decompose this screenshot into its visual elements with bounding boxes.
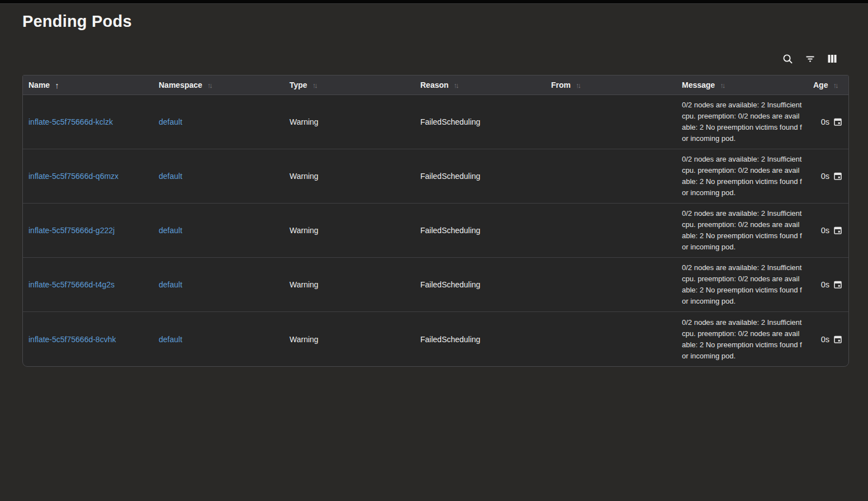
table-row: inflate-5c5f75666d-t4g2s default Warning… bbox=[23, 258, 848, 312]
type-cell: Warning bbox=[284, 117, 415, 126]
message-cell: 0/2 nodes are available: 2 Insufficient … bbox=[676, 100, 808, 144]
message-cell: 0/2 nodes are available: 2 Insufficient … bbox=[676, 317, 808, 362]
type-cell: Warning bbox=[284, 280, 415, 289]
sort-icon: ↑↓ bbox=[454, 82, 459, 89]
search-icon bbox=[782, 53, 794, 65]
sort-icon: ↑↓ bbox=[312, 82, 318, 89]
column-header-type[interactable]: Type ↑↓ bbox=[284, 81, 415, 89]
pending-pods-table: Name ↑ Namespace ↑↓ Type ↑↓ Reason ↑↓ Fr… bbox=[22, 75, 849, 367]
namespace-link[interactable]: default bbox=[159, 117, 182, 126]
sort-ascending-icon: ↑ bbox=[55, 81, 59, 89]
pod-name-link[interactable]: inflate-5c5f75666d-8cvhk bbox=[29, 335, 116, 344]
namespace-link[interactable]: default bbox=[159, 226, 182, 235]
namespace-link[interactable]: default bbox=[159, 280, 182, 289]
column-header-reason[interactable]: Reason ↑↓ bbox=[415, 81, 546, 89]
reason-cell: FailedScheduling bbox=[415, 226, 546, 235]
table-row: inflate-5c5f75666d-8cvhk default Warning… bbox=[23, 312, 848, 366]
columns-button[interactable] bbox=[826, 52, 839, 65]
calendar-icon bbox=[833, 172, 842, 181]
calendar-icon bbox=[833, 335, 842, 344]
column-header-message[interactable]: Message ↑↓ bbox=[676, 81, 808, 89]
search-button[interactable] bbox=[781, 52, 794, 65]
filter-button[interactable] bbox=[803, 52, 817, 65]
name-cell: inflate-5c5f75666d-kclzk bbox=[23, 117, 153, 126]
message-cell: 0/2 nodes are available: 2 Insufficient … bbox=[676, 208, 808, 253]
message-cell: 0/2 nodes are available: 2 Insufficient … bbox=[676, 262, 808, 307]
table-header-row: Name ↑ Namespace ↑↓ Type ↑↓ Reason ↑↓ Fr… bbox=[23, 75, 848, 95]
app-window: Pending Pods Name bbox=[0, 0, 868, 501]
age-cell: 0s bbox=[808, 226, 848, 235]
top-divider bbox=[0, 0, 868, 4]
name-cell: inflate-5c5f75666d-q6mzx bbox=[23, 172, 153, 181]
namespace-link[interactable]: default bbox=[159, 172, 182, 181]
filter-icon bbox=[804, 53, 816, 65]
name-cell: inflate-5c5f75666d-t4g2s bbox=[23, 280, 153, 289]
age-cell: 0s bbox=[808, 117, 848, 126]
namespace-cell: default bbox=[153, 280, 284, 289]
age-value: 0s bbox=[821, 335, 829, 344]
sort-icon: ↑↓ bbox=[576, 82, 581, 89]
type-cell: Warning bbox=[284, 335, 415, 344]
name-cell: inflate-5c5f75666d-8cvhk bbox=[23, 335, 153, 344]
pod-name-link[interactable]: inflate-5c5f75666d-t4g2s bbox=[29, 280, 115, 289]
age-cell: 0s bbox=[808, 280, 848, 289]
reason-cell: FailedScheduling bbox=[415, 117, 546, 126]
age-value: 0s bbox=[821, 280, 829, 289]
namespace-cell: default bbox=[153, 172, 284, 181]
age-value: 0s bbox=[821, 172, 829, 181]
age-cell: 0s bbox=[808, 172, 848, 181]
page-title: Pending Pods bbox=[22, 12, 132, 31]
namespace-cell: default bbox=[153, 335, 284, 344]
namespace-cell: default bbox=[153, 117, 284, 126]
table-toolbar bbox=[781, 52, 839, 65]
namespace-cell: default bbox=[153, 226, 284, 235]
reason-cell: FailedScheduling bbox=[415, 335, 546, 344]
type-cell: Warning bbox=[284, 226, 415, 235]
type-cell: Warning bbox=[284, 172, 415, 181]
table-row: inflate-5c5f75666d-g222j default Warning… bbox=[23, 204, 848, 258]
column-header-name[interactable]: Name ↑ bbox=[23, 81, 153, 89]
reason-cell: FailedScheduling bbox=[415, 172, 546, 181]
calendar-icon bbox=[833, 226, 842, 235]
table-row: inflate-5c5f75666d-q6mzx default Warning… bbox=[23, 149, 848, 204]
pod-name-link[interactable]: inflate-5c5f75666d-g222j bbox=[29, 226, 115, 235]
sort-icon: ↑↓ bbox=[833, 82, 838, 89]
age-value: 0s bbox=[821, 226, 829, 235]
reason-cell: FailedScheduling bbox=[415, 280, 546, 289]
pod-name-link[interactable]: inflate-5c5f75666d-kclzk bbox=[29, 117, 113, 126]
age-cell: 0s bbox=[808, 335, 848, 344]
age-value: 0s bbox=[821, 117, 829, 126]
columns-icon bbox=[827, 53, 838, 64]
message-cell: 0/2 nodes are available: 2 Insufficient … bbox=[676, 154, 808, 198]
sort-icon: ↑↓ bbox=[207, 82, 213, 89]
calendar-icon bbox=[833, 280, 842, 289]
calendar-icon bbox=[833, 117, 842, 126]
column-header-age[interactable]: Age ↑↓ bbox=[808, 81, 848, 89]
column-header-namespace[interactable]: Namespace ↑↓ bbox=[153, 81, 284, 89]
namespace-link[interactable]: default bbox=[159, 335, 182, 344]
pod-name-link[interactable]: inflate-5c5f75666d-q6mzx bbox=[29, 172, 118, 181]
column-header-from[interactable]: From ↑↓ bbox=[546, 81, 676, 89]
table-row: inflate-5c5f75666d-kclzk default Warning… bbox=[23, 95, 848, 149]
name-cell: inflate-5c5f75666d-g222j bbox=[23, 226, 153, 235]
sort-icon: ↑↓ bbox=[720, 82, 725, 89]
